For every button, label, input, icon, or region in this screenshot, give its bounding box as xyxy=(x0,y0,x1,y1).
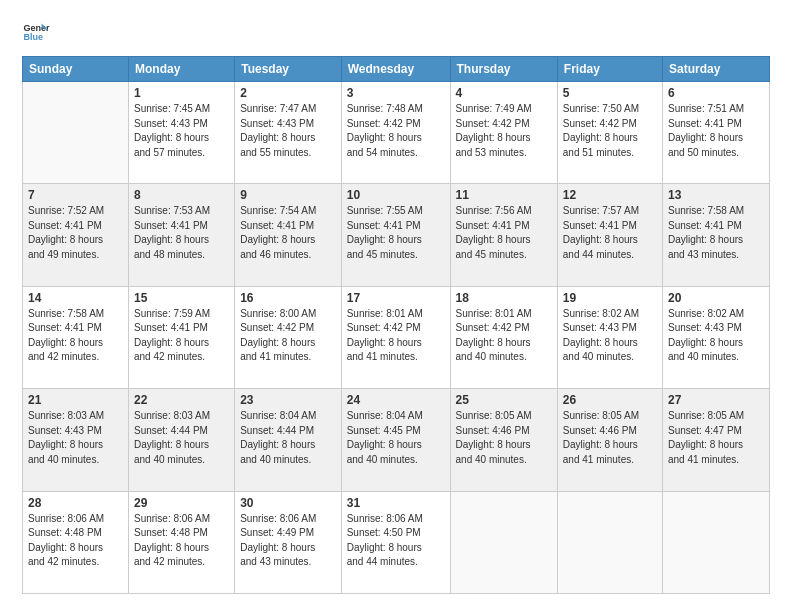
calendar-cell: 16Sunrise: 8:00 AMSunset: 4:42 PMDayligh… xyxy=(235,286,342,388)
daylight-line1: Daylight: 8 hours xyxy=(347,439,422,450)
sunrise-text: Sunrise: 8:02 AM xyxy=(668,308,744,319)
day-info: Sunrise: 7:57 AMSunset: 4:41 PMDaylight:… xyxy=(563,204,657,262)
calendar-week-row: 21Sunrise: 8:03 AMSunset: 4:43 PMDayligh… xyxy=(23,389,770,491)
calendar-cell: 31Sunrise: 8:06 AMSunset: 4:50 PMDayligh… xyxy=(341,491,450,593)
sunset-text: Sunset: 4:41 PM xyxy=(240,220,314,231)
daylight-line2: and 41 minutes. xyxy=(563,454,634,465)
calendar-cell: 2Sunrise: 7:47 AMSunset: 4:43 PMDaylight… xyxy=(235,82,342,184)
sunset-text: Sunset: 4:49 PM xyxy=(240,527,314,538)
daylight-line2: and 46 minutes. xyxy=(240,249,311,260)
sunset-text: Sunset: 4:41 PM xyxy=(28,220,102,231)
day-number: 22 xyxy=(134,393,229,407)
day-info: Sunrise: 8:06 AMSunset: 4:48 PMDaylight:… xyxy=(134,512,229,570)
daylight-line2: and 43 minutes. xyxy=(668,249,739,260)
sunrise-text: Sunrise: 8:01 AM xyxy=(456,308,532,319)
day-info: Sunrise: 7:51 AMSunset: 4:41 PMDaylight:… xyxy=(668,102,764,160)
daylight-line1: Daylight: 8 hours xyxy=(28,439,103,450)
day-number: 9 xyxy=(240,188,336,202)
calendar-cell xyxy=(450,491,557,593)
sunset-text: Sunset: 4:42 PM xyxy=(240,322,314,333)
logo-icon: General Blue xyxy=(22,18,50,46)
calendar-cell: 15Sunrise: 7:59 AMSunset: 4:41 PMDayligh… xyxy=(128,286,234,388)
day-info: Sunrise: 7:58 AMSunset: 4:41 PMDaylight:… xyxy=(28,307,123,365)
day-number: 8 xyxy=(134,188,229,202)
sunset-text: Sunset: 4:47 PM xyxy=(668,425,742,436)
calendar-cell: 29Sunrise: 8:06 AMSunset: 4:48 PMDayligh… xyxy=(128,491,234,593)
calendar-cell: 9Sunrise: 7:54 AMSunset: 4:41 PMDaylight… xyxy=(235,184,342,286)
daylight-line1: Daylight: 8 hours xyxy=(240,542,315,553)
day-number: 29 xyxy=(134,496,229,510)
weekday-header-saturday: Saturday xyxy=(662,57,769,82)
daylight-line2: and 40 minutes. xyxy=(134,454,205,465)
sunrise-text: Sunrise: 7:58 AM xyxy=(28,308,104,319)
calendar-cell: 26Sunrise: 8:05 AMSunset: 4:46 PMDayligh… xyxy=(557,389,662,491)
weekday-header-monday: Monday xyxy=(128,57,234,82)
day-info: Sunrise: 7:50 AMSunset: 4:42 PMDaylight:… xyxy=(563,102,657,160)
daylight-line2: and 50 minutes. xyxy=(668,147,739,158)
daylight-line2: and 40 minutes. xyxy=(28,454,99,465)
day-number: 26 xyxy=(563,393,657,407)
daylight-line1: Daylight: 8 hours xyxy=(134,439,209,450)
calendar-cell xyxy=(557,491,662,593)
daylight-line2: and 57 minutes. xyxy=(134,147,205,158)
header: General Blue xyxy=(22,18,770,46)
day-number: 12 xyxy=(563,188,657,202)
day-info: Sunrise: 7:54 AMSunset: 4:41 PMDaylight:… xyxy=(240,204,336,262)
calendar-cell: 12Sunrise: 7:57 AMSunset: 4:41 PMDayligh… xyxy=(557,184,662,286)
day-number: 16 xyxy=(240,291,336,305)
weekday-row: SundayMondayTuesdayWednesdayThursdayFrid… xyxy=(23,57,770,82)
daylight-line2: and 53 minutes. xyxy=(456,147,527,158)
day-info: Sunrise: 8:00 AMSunset: 4:42 PMDaylight:… xyxy=(240,307,336,365)
day-number: 5 xyxy=(563,86,657,100)
day-info: Sunrise: 8:05 AMSunset: 4:46 PMDaylight:… xyxy=(456,409,552,467)
day-info: Sunrise: 7:47 AMSunset: 4:43 PMDaylight:… xyxy=(240,102,336,160)
day-number: 15 xyxy=(134,291,229,305)
logo: General Blue xyxy=(22,18,53,46)
day-info: Sunrise: 8:01 AMSunset: 4:42 PMDaylight:… xyxy=(347,307,445,365)
daylight-line1: Daylight: 8 hours xyxy=(134,542,209,553)
daylight-line2: and 40 minutes. xyxy=(456,351,527,362)
calendar-cell: 3Sunrise: 7:48 AMSunset: 4:42 PMDaylight… xyxy=(341,82,450,184)
calendar-page: General Blue SundayMondayTuesdayWednesda… xyxy=(0,0,792,612)
calendar-week-row: 28Sunrise: 8:06 AMSunset: 4:48 PMDayligh… xyxy=(23,491,770,593)
day-number: 10 xyxy=(347,188,445,202)
sunset-text: Sunset: 4:45 PM xyxy=(347,425,421,436)
calendar-cell: 5Sunrise: 7:50 AMSunset: 4:42 PMDaylight… xyxy=(557,82,662,184)
daylight-line2: and 40 minutes. xyxy=(240,454,311,465)
sunset-text: Sunset: 4:41 PM xyxy=(28,322,102,333)
daylight-line1: Daylight: 8 hours xyxy=(563,439,638,450)
daylight-line2: and 54 minutes. xyxy=(347,147,418,158)
calendar-body: 1Sunrise: 7:45 AMSunset: 4:43 PMDaylight… xyxy=(23,82,770,594)
day-number: 1 xyxy=(134,86,229,100)
sunset-text: Sunset: 4:43 PM xyxy=(563,322,637,333)
sunrise-text: Sunrise: 7:55 AM xyxy=(347,205,423,216)
sunset-text: Sunset: 4:43 PM xyxy=(28,425,102,436)
sunrise-text: Sunrise: 7:52 AM xyxy=(28,205,104,216)
calendar-cell: 6Sunrise: 7:51 AMSunset: 4:41 PMDaylight… xyxy=(662,82,769,184)
sunrise-text: Sunrise: 8:04 AM xyxy=(240,410,316,421)
sunrise-text: Sunrise: 8:05 AM xyxy=(456,410,532,421)
daylight-line1: Daylight: 8 hours xyxy=(28,542,103,553)
daylight-line1: Daylight: 8 hours xyxy=(668,337,743,348)
daylight-line2: and 48 minutes. xyxy=(134,249,205,260)
day-number: 3 xyxy=(347,86,445,100)
day-info: Sunrise: 7:48 AMSunset: 4:42 PMDaylight:… xyxy=(347,102,445,160)
daylight-line1: Daylight: 8 hours xyxy=(240,132,315,143)
daylight-line1: Daylight: 8 hours xyxy=(563,337,638,348)
daylight-line2: and 43 minutes. xyxy=(240,556,311,567)
sunrise-text: Sunrise: 7:48 AM xyxy=(347,103,423,114)
sunrise-text: Sunrise: 8:03 AM xyxy=(134,410,210,421)
daylight-line2: and 40 minutes. xyxy=(456,454,527,465)
day-info: Sunrise: 7:53 AMSunset: 4:41 PMDaylight:… xyxy=(134,204,229,262)
calendar-cell: 18Sunrise: 8:01 AMSunset: 4:42 PMDayligh… xyxy=(450,286,557,388)
day-info: Sunrise: 8:03 AMSunset: 4:43 PMDaylight:… xyxy=(28,409,123,467)
daylight-line1: Daylight: 8 hours xyxy=(668,234,743,245)
sunset-text: Sunset: 4:46 PM xyxy=(563,425,637,436)
sunrise-text: Sunrise: 7:45 AM xyxy=(134,103,210,114)
daylight-line1: Daylight: 8 hours xyxy=(240,234,315,245)
daylight-line1: Daylight: 8 hours xyxy=(240,439,315,450)
daylight-line1: Daylight: 8 hours xyxy=(347,337,422,348)
day-info: Sunrise: 8:04 AMSunset: 4:44 PMDaylight:… xyxy=(240,409,336,467)
daylight-line1: Daylight: 8 hours xyxy=(28,234,103,245)
daylight-line1: Daylight: 8 hours xyxy=(456,234,531,245)
